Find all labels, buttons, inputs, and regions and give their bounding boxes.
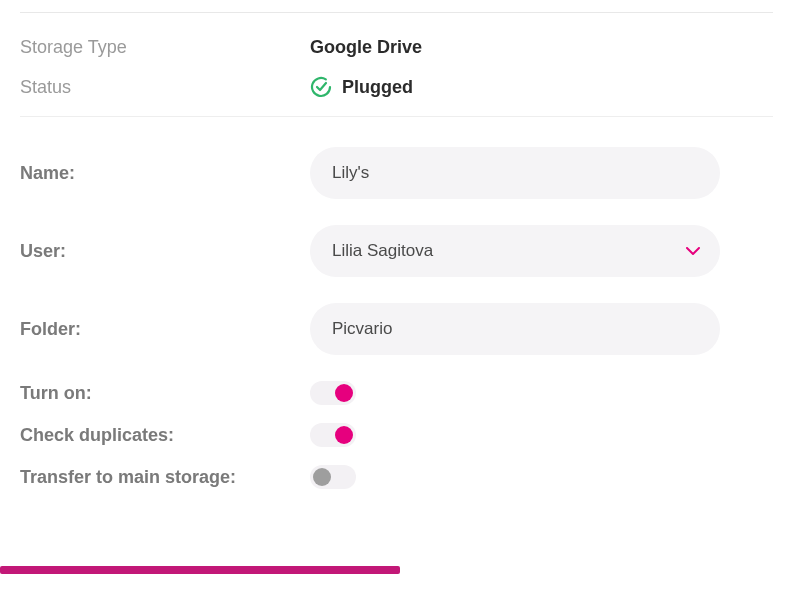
storage-type-row: Storage Type Google Drive [20, 37, 773, 58]
turn-on-label: Turn on: [20, 383, 310, 404]
form-section: Name: User: Lilia Sagitova Folder: Turn … [20, 147, 773, 489]
storage-type-label: Storage Type [20, 37, 310, 58]
status-value-wrap: Plugged [310, 76, 413, 98]
progress-bar [0, 566, 400, 574]
user-row: User: Lilia Sagitova [20, 225, 773, 277]
folder-input[interactable] [310, 303, 720, 355]
check-duplicates-toggle[interactable] [310, 423, 356, 447]
transfer-toggle[interactable] [310, 465, 356, 489]
folder-label: Folder: [20, 319, 310, 340]
folder-row: Folder: [20, 303, 773, 355]
transfer-row: Transfer to main storage: [20, 465, 773, 489]
toggle-knob [313, 468, 331, 486]
status-text: Plugged [342, 77, 413, 98]
turn-on-toggle[interactable] [310, 381, 356, 405]
name-input[interactable] [310, 147, 720, 199]
toggle-knob [335, 384, 353, 402]
info-section: Storage Type Google Drive Status Plugged [20, 13, 773, 116]
user-select[interactable]: Lilia Sagitova [310, 225, 720, 277]
check-duplicates-label: Check duplicates: [20, 425, 310, 446]
user-label: User: [20, 241, 310, 262]
check-duplicates-row: Check duplicates: [20, 423, 773, 447]
toggle-knob [335, 426, 353, 444]
transfer-label: Transfer to main storage: [20, 467, 310, 488]
storage-type-value: Google Drive [310, 37, 422, 58]
status-label: Status [20, 77, 310, 98]
user-select-wrap: Lilia Sagitova [310, 225, 720, 277]
name-row: Name: [20, 147, 773, 199]
name-label: Name: [20, 163, 310, 184]
status-row: Status Plugged [20, 76, 773, 98]
mid-divider [20, 116, 773, 117]
turn-on-row: Turn on: [20, 381, 773, 405]
check-circle-icon [310, 76, 332, 98]
